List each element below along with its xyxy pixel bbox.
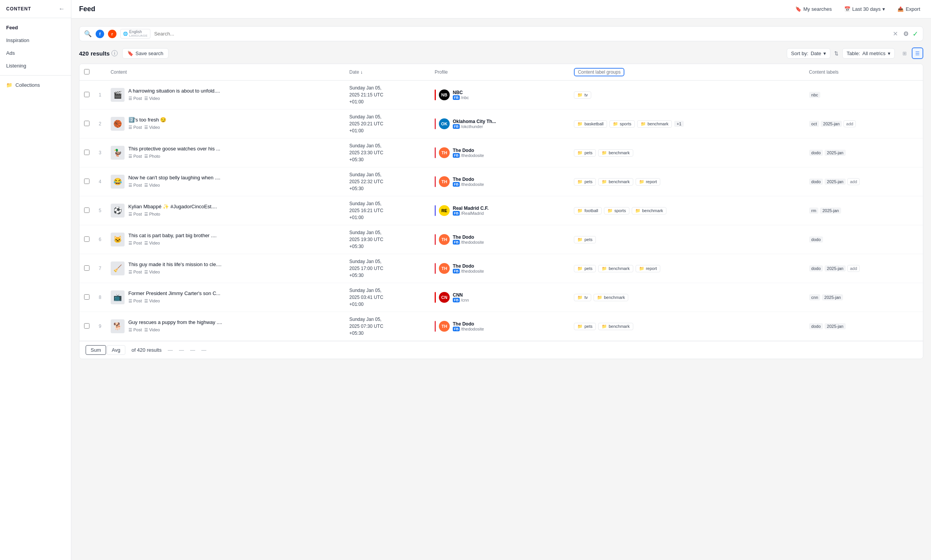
profile-handle-text: /thedodosite [461, 269, 484, 273]
grid-view-button[interactable]: ⊞ [899, 47, 910, 59]
content-title[interactable]: Guy rescues a puppy from the highway ...… [128, 319, 223, 326]
label-group-chip[interactable]: 📁pets [574, 265, 596, 272]
content-thumbnail[interactable]: 🎬 [111, 88, 125, 102]
list-view-button[interactable]: ☰ [912, 47, 923, 59]
row-checkbox[interactable] [84, 207, 89, 213]
label-group-chip[interactable]: 📁benchmark [594, 294, 628, 301]
row-checkbox[interactable] [84, 323, 89, 329]
row-checkbox[interactable] [84, 294, 89, 300]
label-group-chip[interactable]: 📁pets [574, 236, 596, 243]
content-cell: 🦆 This protective goose watches over his… [106, 138, 345, 167]
avg-tab[interactable]: Avg [107, 345, 125, 355]
content-thumbnail[interactable]: 🐕 [111, 319, 125, 333]
sidebar-item-listening[interactable]: Listening [0, 59, 71, 72]
col-header-date[interactable]: Date ↓ [345, 64, 430, 81]
confirm-icon[interactable]: ✓ [912, 30, 918, 38]
label-group-chip[interactable]: 📁pets [574, 323, 596, 330]
profile-name[interactable]: CNN [453, 292, 469, 298]
profile-name[interactable]: The Dodo [453, 177, 484, 182]
row-checkbox[interactable] [84, 150, 89, 155]
back-icon[interactable]: ← [59, 5, 65, 12]
add-label-button[interactable]: add [847, 178, 860, 185]
row-checkbox[interactable] [84, 265, 89, 271]
profile-name[interactable]: The Dodo [453, 321, 484, 327]
label-group-chip[interactable]: 📁sports [609, 120, 635, 128]
facebook-platform-icon[interactable]: f [96, 30, 104, 38]
info-icon[interactable]: i [111, 50, 118, 56]
label-group-chip[interactable]: 📁benchmark [598, 323, 633, 330]
label-group-chip[interactable]: 📁pets [574, 149, 596, 157]
add-label-button[interactable]: add [843, 120, 856, 127]
language-badge[interactable]: 🌐 English LANGUAGE [120, 29, 150, 39]
sidebar-item-feed[interactable]: Feed [0, 21, 71, 34]
content-cell: 📺 Former President Jimmy Carter's son C.… [106, 283, 345, 312]
tag-icon: ☰ [128, 125, 132, 130]
export-button[interactable]: 📤 Export [894, 5, 923, 13]
row-checkbox[interactable] [84, 92, 89, 97]
label-group-chip[interactable]: 📁benchmark [637, 120, 672, 128]
label-group-chip[interactable]: 📁benchmark [632, 207, 666, 214]
save-search-button[interactable]: 🔖 Save search [122, 48, 168, 59]
label-group-chip[interactable]: 📁report [636, 265, 661, 272]
label-group-chip[interactable]: 📁benchmark [598, 149, 633, 157]
label-count-badge[interactable]: +1 [674, 121, 684, 127]
sidebar-item-collections[interactable]: 📁 Collections [0, 79, 71, 91]
content-thumbnail[interactable]: 📺 [111, 290, 125, 304]
select-all-checkbox[interactable] [84, 69, 89, 74]
content-tag: ☰Post [128, 212, 142, 217]
label-group-chip[interactable]: 📁sports [604, 207, 629, 214]
profile-name[interactable]: The Dodo [453, 263, 484, 269]
my-searches-button[interactable]: 🔖 My searches [792, 5, 835, 13]
profile-info: Real Madrid C.F. FB /RealMadrid [453, 206, 489, 216]
sort-select[interactable]: Sort by: Date ▾ [787, 48, 830, 59]
content-thumbnail[interactable]: 🦆 [111, 146, 125, 160]
sum-tab[interactable]: Sum [86, 345, 106, 355]
add-label-button[interactable]: add [847, 265, 860, 272]
search-input[interactable] [154, 31, 889, 37]
content-area: 🔍 f r 🌐 English LANGUAGE ✕ ⚙ ✓ 420 resul… [71, 19, 931, 560]
reddit-platform-icon[interactable]: r [108, 30, 116, 38]
content-thumbnail[interactable]: 🏀 [111, 117, 125, 131]
footer-dash-4: — [201, 347, 206, 353]
profile-accent [435, 89, 436, 100]
profile-handle: FB /thedodosite [453, 153, 484, 158]
label-group-chip[interactable]: 📁basketball [574, 120, 607, 128]
sidebar-item-ads[interactable]: Ads [0, 47, 71, 59]
sidebar-item-inspiration[interactable]: Inspiration [0, 34, 71, 47]
row-checkbox[interactable] [84, 179, 89, 184]
content-title[interactable]: A harrowing situation is about to unfold… [128, 88, 220, 94]
content-tag: ☰Photo [144, 212, 160, 217]
label-group-chip[interactable]: 📁tv [574, 294, 591, 301]
label-group-chip[interactable]: 📁pets [574, 178, 596, 186]
content-thumbnail[interactable]: 🐱 [111, 233, 125, 246]
content-title[interactable]: Former President Jimmy Carter's son C... [128, 290, 221, 297]
profile-name[interactable]: Oklahoma City Th... [453, 119, 496, 124]
profile-name[interactable]: NBC [453, 90, 469, 95]
table-select[interactable]: Table: All metrics ▾ [842, 48, 895, 59]
label-group-chip[interactable]: 📁benchmark [598, 265, 633, 272]
close-icon[interactable]: ✕ [893, 30, 898, 37]
content-thumbnail[interactable]: ⚽ [111, 204, 125, 218]
profile-name[interactable]: The Dodo [453, 148, 484, 153]
label-group-chip[interactable]: 📁report [636, 178, 661, 186]
profile-name[interactable]: The Dodo [453, 234, 484, 240]
sort-order-icon[interactable]: ⇅ [834, 51, 838, 56]
row-checkbox[interactable] [84, 121, 89, 126]
content-thumbnail[interactable]: 🧹 [111, 261, 125, 275]
date-range-button[interactable]: 📅 Last 30 days ▾ [841, 5, 889, 13]
filter-icon[interactable]: ⚙ [903, 30, 909, 37]
content-title[interactable]: This protective goose watches over his .… [128, 146, 220, 152]
bookmark-icon: 🔖 [127, 51, 133, 56]
label-group-chip[interactable]: 📁tv [574, 91, 591, 99]
content-thumbnail[interactable]: 😂 [111, 175, 125, 189]
label-group-chip[interactable]: 📁football [574, 207, 601, 214]
content-title[interactable]: 2️⃣'s too fresh 😏 [128, 117, 167, 123]
content-title[interactable]: Now he can't stop belly laughing when ..… [128, 175, 221, 181]
label-group-chip[interactable]: 📁benchmark [598, 178, 633, 186]
content-title[interactable]: Kylian Mbappé ✨ #JugadorCincoEst.... [128, 204, 217, 210]
profile-name[interactable]: Real Madrid C.F. [453, 206, 489, 211]
content-title[interactable]: This guy made it his life's mission to c… [128, 261, 222, 268]
folder-icon: 📁 [639, 179, 644, 184]
content-title[interactable]: This cat is part baby, part big brother … [128, 233, 217, 239]
row-checkbox[interactable] [84, 236, 89, 242]
